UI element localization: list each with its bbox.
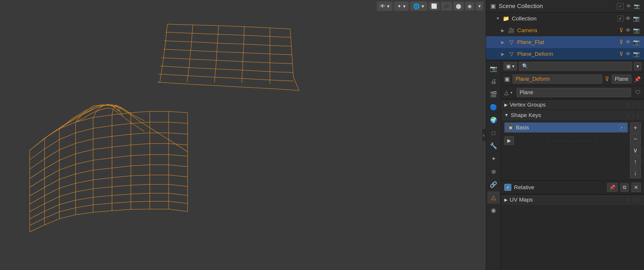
tab-physics[interactable]: ⊕ — [487, 166, 500, 178]
plane-deform-eye[interactable]: 👁 — [626, 51, 631, 57]
outliner: ▼ 📁 Collection ✓ 👁 📷 ▶ 🎥 Camera ⊽ 👁 📷 ▶ … — [486, 13, 644, 60]
overlay-btn[interactable]: 🌐 ▾ — [410, 2, 427, 11]
plane-deform-icon: ▽ — [508, 51, 515, 57]
tab-view-layer[interactable]: 🎬 — [487, 88, 500, 101]
tab-material[interactable]: ◉ — [487, 204, 500, 217]
viewport-eevee-btn[interactable]: ◉ — [465, 2, 474, 10]
outliner-item-plane-deform[interactable]: ▶ ▽ Plane_Deform ⊽ 👁 📷 — [486, 48, 644, 60]
prop-content: ▣ ▾ ▾ ▣ Plane_Deform ⊽ Plane 📌 △ ▾ Plane… — [501, 60, 644, 270]
shape-keys-row: ▣ Basis ✓ ▶ · · · · · · · · · · · · — [504, 122, 641, 178]
outliner-item-collection[interactable]: ▼ 📁 Collection ✓ 👁 📷 — [486, 13, 644, 24]
plane-deform-funnel[interactable]: ⊽ — [619, 51, 623, 57]
gizmo-btn[interactable]: ✦ ▾ — [394, 2, 409, 11]
camera-actions: ⊽ 👁 📷 — [619, 27, 640, 34]
scene-collection-title: Scene Collection — [499, 3, 614, 10]
tab-data[interactable]: △ — [487, 191, 500, 204]
prop-expand-btn[interactable]: ▾ — [634, 62, 641, 70]
plane-deform-cam[interactable]: 📷 — [633, 51, 640, 57]
scene-collection-eye[interactable]: 👁 — [626, 3, 631, 9]
obj-filter-icon: ⊽ — [605, 76, 609, 83]
plane-flat-eye[interactable]: 👁 — [626, 39, 631, 45]
prop-search-bar: ▣ ▾ ▾ — [501, 60, 644, 72]
obj-mesh-name[interactable]: Plane — [612, 75, 631, 83]
tab-object[interactable]: □ — [487, 127, 500, 139]
tab-render[interactable]: 📷 — [487, 63, 500, 75]
viewport-shading-btn[interactable]: 👁 ▾ — [377, 2, 393, 11]
obj-name-row: ▣ Plane_Deform ⊽ Plane 📌 — [501, 72, 644, 86]
camera-cam[interactable]: 📷 — [633, 27, 640, 34]
viewport-rendered-btn[interactable]: ⬤ — [453, 2, 464, 10]
sk-playback-row: ▶ · · · · · · · · · · · · — [504, 135, 628, 147]
collection-checkbox[interactable]: ✓ — [617, 16, 623, 21]
sk-add-btn[interactable]: + — [630, 122, 641, 133]
shape-keys-list: ▣ Basis ✓ — [504, 122, 628, 133]
shape-keys-side-buttons: + − ∨ ↑ ↓ — [630, 122, 641, 178]
tab-scene[interactable]: 🔵 — [487, 101, 500, 114]
plane-deform-label: Plane_Deform — [517, 51, 617, 57]
relative-checkbox[interactable]: ✓ — [504, 184, 511, 191]
plane-flat-label: Plane_Flat — [517, 39, 617, 45]
scene-collection-checkbox[interactable]: ✓ — [617, 3, 624, 9]
shape-key-item-basis[interactable]: ▣ Basis ✓ — [505, 123, 628, 132]
uv-maps-title: UV Maps — [510, 196, 624, 203]
collection-eye[interactable]: 👁 — [626, 16, 631, 22]
tab-constraints[interactable]: 🔗 — [487, 178, 500, 191]
sk-play-btn[interactable]: ▶ — [504, 136, 514, 145]
mesh-data-row: △ ▾ Plane 🛡 — [501, 86, 644, 99]
tab-particles[interactable]: ✦ — [487, 153, 500, 165]
tab-output[interactable]: 🖨 — [487, 75, 500, 88]
plane-flat-funnel[interactable]: ⊽ — [619, 39, 623, 45]
shape-keys-content: ▣ Basis ✓ ▶ · · · · · · · · · · · · — [501, 120, 644, 180]
collection-actions: ✓ 👁 📷 — [617, 15, 640, 22]
sk-move-down-btn[interactable]: ↓ — [630, 167, 641, 178]
mesh-canvas — [0, 0, 486, 270]
camera-label: Camera — [517, 27, 617, 34]
scene-collection-header: ▣ Scene Collection ✓ 👁 📷 — [486, 0, 644, 13]
shape-key-checkbox-basis[interactable]: ✓ — [619, 125, 625, 130]
mesh-data-name[interactable]: Plane — [517, 88, 631, 97]
mesh-dropdown-arrow[interactable]: ▾ — [510, 90, 512, 95]
viewport-lkd-btn[interactable]: ⬛ — [441, 2, 452, 10]
pin-icon[interactable]: 📌 — [634, 76, 641, 82]
relative-close-btn[interactable]: ✕ — [631, 183, 641, 192]
camera-funnel[interactable]: ⊽ — [619, 27, 623, 34]
sk-remove-btn[interactable]: − — [630, 134, 641, 144]
shape-key-icon-basis: ▣ — [507, 124, 514, 131]
right-panel: ▣ Scene Collection ✓ 👁 📷 ▼ 📁 Collection … — [486, 0, 644, 270]
camera-eye[interactable]: 👁 — [626, 27, 631, 34]
collection-camera[interactable]: 📷 — [633, 15, 640, 22]
collection-label: Collection — [512, 15, 615, 22]
plane-flat-icon: ▽ — [508, 39, 515, 45]
relative-pin-btn[interactable]: 📌 — [607, 183, 618, 192]
viewport-solid-btn[interactable]: ⬜ — [429, 2, 439, 10]
tab-world[interactable]: 🌍 — [487, 114, 500, 126]
shape-keys-section-header[interactable]: ▼ Shape Keys ⋮⋮⋮ — [501, 110, 644, 120]
collection-arrow: ▼ — [496, 16, 500, 21]
viewport[interactable]: 👁 ▾ ✦ ▾ 🌐 ▾ ⬜ ⬛ ⬤ ◉ ▾ ‹ — [0, 0, 486, 270]
tab-modifier[interactable]: 🔧 — [487, 140, 500, 152]
svg-rect-0 — [0, 0, 486, 270]
plane-deform-arrow: ▶ — [501, 52, 505, 57]
sk-move-up-btn[interactable]: ↑ — [630, 156, 641, 167]
collection-icon: 📁 — [502, 15, 510, 22]
sk-dots: · · · · · · · · · · · · — [517, 138, 628, 144]
shield-icon[interactable]: 🛡 — [635, 89, 641, 96]
sk-down-btn[interactable]: ∨ — [630, 145, 641, 156]
uv-maps-section-header[interactable]: ▶ UV Maps ⋮⋮⋮ — [501, 194, 644, 205]
shape-key-name-basis: Basis — [516, 125, 617, 131]
relative-copy-btn[interactable]: ⧉ — [620, 183, 629, 192]
outliner-item-camera[interactable]: ▶ 🎥 Camera ⊽ 👁 📷 — [486, 24, 644, 36]
scene-collection-camera[interactable]: 📷 — [634, 3, 640, 9]
vertex-groups-section-header[interactable]: ▶ Vertex Groups ⋮⋮⋮ — [501, 99, 644, 110]
plane-flat-cam[interactable]: 📷 — [633, 39, 640, 45]
mesh-dropdown-icon: △ — [504, 89, 508, 96]
uv-maps-arrow: ▶ — [504, 197, 508, 202]
prop-view-btn[interactable]: ▣ ▾ — [504, 62, 517, 70]
obj-name-field[interactable]: Plane_Deform — [513, 75, 602, 83]
viewport-more-btn[interactable]: ▾ — [476, 2, 483, 10]
vertex-groups-arrow: ▶ — [504, 102, 508, 107]
shape-keys-arrow: ▼ — [504, 113, 509, 118]
prop-search-input[interactable] — [519, 62, 632, 71]
outliner-item-plane-flat[interactable]: ▶ ▽ Plane_Flat ⊽ 👁 📷 — [486, 36, 644, 48]
collapse-panel-button[interactable]: ‹ — [482, 129, 486, 142]
